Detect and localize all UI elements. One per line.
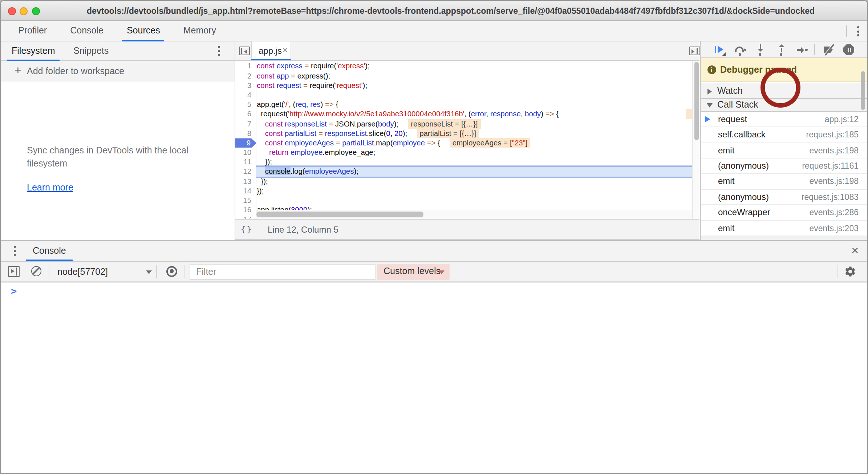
line-number[interactable]: 4 [235,90,256,100]
code-token: , [486,110,490,118]
tab-sources[interactable]: Sources [115,21,172,41]
tab-memory[interactable]: Memory [172,21,228,41]
code-token: => [427,139,436,147]
line-number[interactable]: 1 [235,61,256,71]
line-number[interactable]: 5 [235,100,256,109]
pretty-print-icon[interactable]: {} [241,220,253,240]
call-stack-frame[interactable]: requestapp.js:12 [701,112,867,127]
code-token: express [276,62,302,70]
tab-app-js[interactable]: app.js × [251,41,291,60]
line-number[interactable]: 15 [235,196,256,205]
code-token: body [378,120,394,128]
console-output[interactable]: > [1,282,867,473]
resume-script-icon[interactable] [713,44,725,56]
tab-snippets[interactable]: Snippets [73,41,109,60]
code-line[interactable]: const request = require('request'); [257,81,699,90]
breakpoint-marker[interactable]: 9 [235,138,256,148]
step-into-icon[interactable] [754,44,767,56]
console-sidebar-toggle-icon[interactable] [8,266,20,277]
editor-horizontal-scrollbar[interactable] [256,210,692,219]
call-stack-frame[interactable]: onceWrapperevents.js:286 [701,205,867,221]
call-stack-frame[interactable]: emitevents.js:198 [701,174,867,190]
code-line[interactable]: const responseList = JSON.parse(body);re… [257,119,699,128]
navigator-more-kebab-icon[interactable] [214,45,224,57]
learn-more-link[interactable]: Learn more [27,182,73,193]
line-number[interactable]: 8 [235,128,256,138]
line-number[interactable]: 17 [235,215,256,219]
code-line[interactable]: const employeeAges = partialList.map(emp… [257,138,699,148]
pause-on-exceptions-icon[interactable] [843,44,855,56]
step-icon[interactable] [796,44,808,56]
gutter-divider [256,61,256,219]
step-out-icon[interactable] [775,44,788,56]
call-stack-frame[interactable]: (anonymous)request.js:1161 [701,158,867,174]
close-drawer-icon[interactable]: × [851,241,859,260]
add-folder-button[interactable]: + Add folder to workspace [1,61,234,81]
line-number-gutter[interactable]: 1234567891011121314151617 [235,61,256,219]
step-over-icon[interactable] [734,44,746,56]
line-number[interactable]: 14 [235,186,256,196]
main-menu-kebab-icon[interactable] [853,25,863,37]
tab-profiler[interactable]: Profiler [7,21,58,41]
watch-section-header[interactable]: Watch [701,83,867,99]
console-settings-gear-icon[interactable] [844,265,856,278]
code-line[interactable]: }); [257,157,699,167]
call-stack-frame[interactable]: emitevents.js:203 [701,221,867,237]
create-live-expression-eye-icon[interactable] [166,266,177,277]
line-number[interactable]: 10 [235,148,256,157]
code-line[interactable]: const express = require('express'); [257,61,699,71]
editor-vertical-scrollbar[interactable] [692,61,699,219]
tab-filesystem[interactable]: Filesystem [12,41,55,60]
line-number[interactable]: 13 [235,176,256,186]
line-number[interactable]: 16 [235,205,256,214]
console-prompt-chevron[interactable]: > [11,285,17,297]
code-line[interactable]: }); [257,176,699,186]
toolbar-divider [184,265,185,278]
scrollbar-thumb[interactable] [256,212,423,217]
call-stack-frame[interactable]: (anonymous)request.js:1083 [701,190,867,205]
code-token: = [291,72,295,80]
line-number[interactable]: 11 [235,157,256,167]
call-stack-frame[interactable]: self.callbackrequest.js:185 [701,127,867,143]
code-line[interactable] [257,90,699,100]
close-window-button[interactable] [8,7,16,15]
line-number[interactable]: 6 [235,109,256,119]
execution-context-selector[interactable]: node[57702] [57,261,108,282]
code-line[interactable]: const partialList = responseList.slice(0… [257,128,699,138]
code-lines[interactable]: const express = require('express');const… [257,61,699,215]
minimize-window-button[interactable] [20,7,28,15]
close-tab-icon[interactable]: × [283,41,288,60]
code-editor[interactable]: 1234567891011121314151617 const express … [235,61,699,219]
line-number[interactable]: 3 [235,81,256,90]
console-filter-input[interactable] [190,264,376,280]
chevron-down-icon[interactable] [146,270,152,274]
line-number[interactable]: 2 [235,71,256,80]
line-number[interactable]: 12 [235,167,256,176]
zoom-window-button[interactable] [32,7,40,15]
code-token: responseList [325,129,367,137]
call-stack-frame[interactable]: emitevents.js:198 [701,143,867,158]
code-line[interactable]: request('http://www.mocky.io/v2/5e1a9abe… [257,109,699,119]
inline-value-hint: responseList = [{…}] [408,119,480,128]
deactivate-breakpoints-icon[interactable] [823,44,835,56]
line-number[interactable]: 9 [235,138,256,148]
sources-panel: Filesystem Snippets + Add folder to work… [1,41,867,240]
drawer-menu-kebab-icon[interactable] [9,245,20,257]
call-stack-section-header[interactable]: Call Stack [701,99,867,112]
code-line[interactable]: return employee.employee_age; [257,148,699,157]
code-line[interactable]: app.get('/', (req, res) => { [257,100,699,109]
hide-navigator-icon[interactable] [239,47,250,55]
titlebar[interactable]: devtools://devtools/bundled/js_app.html?… [1,1,867,21]
tab-console[interactable]: Console [58,21,115,41]
code-line[interactable]: }); [257,186,699,196]
tab-console[interactable]: Console [30,241,69,261]
log-levels-dropdown[interactable]: Custom levels [377,264,450,280]
code-line[interactable]: console.log(employeeAges); [256,167,699,176]
line-number[interactable]: 7 [235,119,256,128]
code-line[interactable]: const app = express(); [257,71,699,80]
debugger-sidebar-scrollbar[interactable] [860,71,865,110]
scrollbar-thumb[interactable] [694,62,699,140]
clear-console-icon[interactable] [31,266,41,276]
hide-debugger-sidebar-icon[interactable] [689,47,700,55]
code-line[interactable] [257,196,699,205]
